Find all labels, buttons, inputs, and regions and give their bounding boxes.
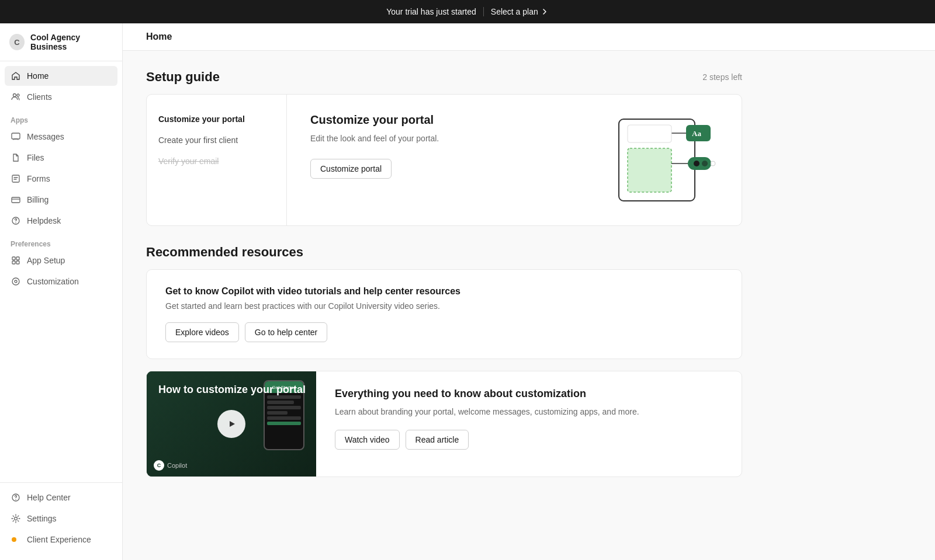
sidebar-item-clients[interactable]: Clients: [5, 87, 117, 107]
sidebar-item-forms[interactable]: Forms: [5, 169, 117, 189]
sidebar-item-messages[interactable]: Messages: [5, 127, 117, 147]
setup-detail-description: Edit the look and feel of your portal.: [310, 133, 583, 145]
orange-dot-icon: [11, 534, 21, 545]
content-inner: Setup guide 2 steps left Customize your …: [123, 51, 766, 507]
users-icon: [11, 92, 21, 102]
sidebar-item-help-center[interactable]: Help Center: [5, 488, 117, 507]
svg-point-1: [17, 94, 19, 96]
video-thumbnail-title: How to customize your portal: [158, 383, 306, 396]
sidebar-item-clients-label: Clients: [27, 92, 52, 102]
settings-icon: [11, 513, 21, 524]
sidebar-item-billing[interactable]: Billing: [5, 190, 117, 210]
brand-name: Cool Agency Business: [30, 33, 113, 51]
helpdesk-icon: [11, 215, 21, 226]
sidebar-item-billing-label: Billing: [27, 195, 49, 204]
sidebar-item-help-center-label: Help Center: [27, 493, 71, 502]
setup-sidebar-nav: Customize your portal Create your first …: [147, 95, 287, 225]
page-header: Home: [123, 23, 935, 51]
svg-point-21: [694, 161, 699, 166]
setup-detail: Customize your portal Edit the look and …: [287, 95, 742, 225]
setup-detail-title: Customize your portal: [310, 113, 583, 127]
steps-left: 2 steps left: [702, 72, 742, 82]
video-description: Learn about branding your portal, welcom…: [335, 406, 723, 418]
trial-text: Your trial has just started: [386, 7, 476, 16]
svg-point-12: [15, 280, 17, 283]
setup-nav-create-client[interactable]: Create your first client: [147, 130, 286, 151]
video-title: Everything you need to know about custom…: [335, 388, 723, 400]
copilot-resources-desc: Get started and learn best practices wit…: [165, 301, 723, 311]
customize-portal-button[interactable]: Customize portal: [310, 159, 392, 179]
message-icon: [11, 131, 21, 142]
svg-point-11: [12, 278, 19, 285]
video-play-button[interactable]: [217, 410, 245, 438]
svg-rect-10: [16, 261, 19, 264]
explore-videos-button[interactable]: Explore videos: [165, 322, 239, 342]
video-thumbnail: Get Started: [147, 371, 316, 476]
watch-video-button[interactable]: Watch video: [335, 430, 400, 450]
svg-point-22: [702, 161, 708, 166]
sidebar-item-helpdesk-label: Helpdesk: [27, 216, 61, 225]
main-content: Setup guide 2 steps left Customize your …: [123, 51, 935, 560]
setup-nav-customize-portal[interactable]: Customize your portal: [147, 109, 286, 130]
resources-btn-row: Explore videos Go to help center: [165, 322, 723, 342]
setup-nav-verify-email[interactable]: Verify your email: [147, 151, 286, 172]
status-dot: [12, 537, 16, 542]
recommended-title: Recommended resources: [146, 245, 303, 260]
banner-divider: [483, 7, 484, 16]
svg-text:Aa: Aa: [692, 129, 701, 138]
svg-rect-17: [628, 148, 671, 192]
apps-section-label: Apps: [5, 108, 117, 127]
brand-area: C Cool Agency Business: [0, 23, 122, 61]
svg-rect-9: [12, 261, 15, 264]
app-setup-icon: [11, 255, 21, 266]
svg-rect-7: [12, 257, 15, 260]
sidebar-item-helpdesk[interactable]: Helpdesk: [5, 211, 117, 231]
setup-card: Customize your portal Create your first …: [146, 94, 742, 226]
video-card: Get Started: [146, 371, 742, 477]
sidebar-item-home[interactable]: Home: [5, 66, 117, 86]
chevron-right-icon: [541, 8, 549, 16]
sidebar-item-app-setup[interactable]: App Setup: [5, 251, 117, 270]
go-to-help-center-button[interactable]: Go to help center: [245, 322, 327, 342]
select-plan-label: Select a plan: [491, 7, 538, 16]
recommended-resources-header: Recommended resources: [146, 245, 742, 260]
copilot-resources-card: Get to know Copilot with video tutorials…: [146, 269, 742, 359]
svg-rect-2: [12, 133, 20, 139]
help-icon: [11, 492, 21, 503]
svg-rect-26: [628, 125, 671, 142]
sidebar-item-files[interactable]: Files: [5, 148, 117, 168]
sidebar-item-settings[interactable]: Settings: [5, 509, 117, 528]
forms-icon: [11, 173, 21, 184]
sidebar-nav: Home Clients Apps Messages Files: [0, 61, 122, 482]
sidebar-item-files-label: Files: [27, 153, 44, 162]
brand-avatar: C: [9, 34, 25, 50]
copilot-brand-label: Copilot: [167, 462, 187, 469]
svg-rect-3: [12, 175, 19, 182]
video-btn-row: Watch video Read article: [335, 430, 723, 450]
sidebar-item-customization[interactable]: Customization: [5, 272, 117, 291]
sidebar-item-customization-label: Customization: [27, 277, 79, 286]
sidebar-item-home-label: Home: [27, 71, 49, 81]
sidebar: C Cool Agency Business Home Clients Apps: [0, 23, 123, 560]
portal-illustration: Aa: [601, 113, 718, 207]
file-icon: [11, 152, 21, 163]
sidebar-item-settings-label: Settings: [27, 514, 57, 523]
select-plan-link[interactable]: Select a plan: [491, 7, 549, 16]
trial-banner: Your trial has just started Select a pla…: [0, 0, 935, 23]
read-article-button[interactable]: Read article: [406, 430, 469, 450]
setup-guide-header: Setup guide 2 steps left: [146, 69, 742, 85]
video-detail: Everything you need to know about custom…: [316, 371, 742, 476]
billing-icon: [11, 194, 21, 205]
page-title: Home: [146, 32, 172, 41]
sidebar-item-client-experience-label: Client Experience: [27, 535, 91, 544]
setup-guide-title: Setup guide: [146, 69, 220, 85]
customization-icon: [11, 276, 21, 287]
svg-rect-8: [16, 257, 19, 260]
sidebar-item-forms-label: Forms: [27, 174, 50, 183]
svg-rect-4: [12, 197, 20, 203]
svg-point-14: [15, 499, 16, 500]
svg-point-23: [711, 161, 715, 166]
sidebar-item-client-experience[interactable]: Client Experience: [5, 530, 117, 549]
sidebar-item-app-setup-label: App Setup: [27, 256, 65, 265]
sidebar-item-messages-label: Messages: [27, 132, 64, 141]
